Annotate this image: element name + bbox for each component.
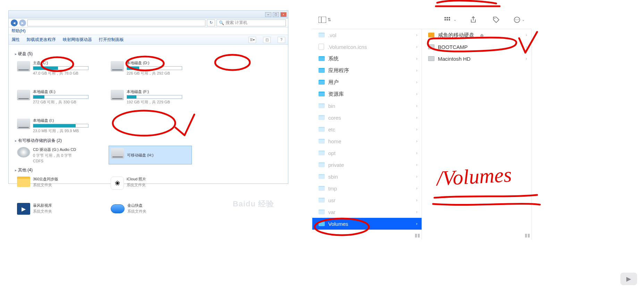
chevron-right-icon: › xyxy=(416,162,417,167)
removable-h[interactable]: 可移动磁盘 (H:) xyxy=(109,146,192,164)
drive-f[interactable]: 本地磁盘 (F:) 192 GB 可用，共 229 GB xyxy=(109,88,192,106)
item-label: iCloud 照片 xyxy=(127,177,146,182)
folder-icon xyxy=(319,115,325,120)
drive-icon xyxy=(111,148,124,159)
more-button[interactable]: ⌄ xyxy=(513,15,525,25)
finder-item[interactable]: sbin› xyxy=(312,171,422,182)
storm-icon: ▶ xyxy=(17,203,30,215)
drive-sub: 226 GB 可用，共 292 GB xyxy=(127,71,182,76)
item-sub: 系统文件夹 xyxy=(127,182,146,188)
item-sub: 系统文件夹 xyxy=(33,182,58,188)
toolbar: 属性 卸载或更改程序 映射网络驱动器 打开控制面板 ☰▾ ◫ ? xyxy=(9,35,288,45)
finder-item[interactable]: opt› xyxy=(312,147,422,159)
minimize-button[interactable]: – xyxy=(265,12,271,17)
folder-icon xyxy=(319,68,325,73)
search-input[interactable]: 🔍搜索 计算机 xyxy=(217,19,286,26)
finder-item[interactable]: bin› xyxy=(312,100,422,112)
finder-item[interactable]: home› xyxy=(312,135,422,147)
other-storm[interactable]: ▶ 暴风影视库系统文件夹 xyxy=(15,202,98,216)
chevron-right-icon: › xyxy=(416,103,417,108)
pip-button[interactable]: ▶ xyxy=(620,273,637,285)
item-label: 咸鱼的移动硬盘 xyxy=(438,32,474,39)
drive-sub: 0 字节 可用，共 0 字节 xyxy=(33,153,76,158)
forward-button[interactable]: ► xyxy=(19,19,26,26)
group-disks[interactable]: 硬盘 (5) xyxy=(15,51,282,57)
chevron-right-icon: › xyxy=(416,186,417,191)
item-label: 应用程序 xyxy=(328,67,349,74)
help-icon[interactable]: ? xyxy=(278,37,285,43)
content-area: 硬盘 (5) 主盘 (C:) 47.0 GB 可用，共 78.0 GB 本地磁盘… xyxy=(9,45,288,220)
drive-sub: 23.0 MB 可用，共 99.9 MB xyxy=(33,128,88,134)
refresh-button[interactable]: ↻ xyxy=(207,19,215,26)
finder-item[interactable]: tmp› xyxy=(312,182,422,194)
close-button[interactable]: × xyxy=(280,12,287,17)
drive-i[interactable]: 本地磁盘 (I:) 23.0 MB 可用，共 99.9 MB xyxy=(15,117,98,135)
view-mode-button[interactable]: ☰▾ xyxy=(248,37,256,43)
finder-item[interactable]: var› xyxy=(312,206,422,218)
other-360[interactable]: 360云盘同步版系统文件夹 xyxy=(15,175,98,191)
finder-item[interactable]: 系统› xyxy=(312,53,422,65)
chevron-right-icon: › xyxy=(416,198,417,203)
share-button[interactable] xyxy=(467,15,480,25)
svg-rect-4 xyxy=(449,17,450,18)
view-mode-button[interactable]: ⌄ xyxy=(444,15,457,25)
item-label: .vol xyxy=(328,32,336,38)
cd-drive[interactable]: CD 驱动器 (G:) Audio CD 0 字节 可用，共 0 字节 CDFS xyxy=(15,146,98,164)
back-button[interactable]: ◄ xyxy=(11,19,18,26)
finder-column-1: .vol›.VolumeIcon.icns›系统›应用程序›用户›资源库›bin… xyxy=(312,29,422,239)
chevron-down-icon: ⌄ xyxy=(522,18,525,22)
finder-item[interactable]: 资源库› xyxy=(312,88,422,100)
finder-item[interactable]: BOOTCAMP› xyxy=(422,41,531,53)
svg-rect-2 xyxy=(444,17,446,18)
item-label: sbin xyxy=(328,174,338,180)
chevron-right-icon: › xyxy=(526,33,527,37)
other-kuaipan[interactable]: 金山快盘系统文件夹 xyxy=(109,202,192,216)
finder-column-2: 咸鱼的移动硬盘⏏›BOOTCAMP›Macintosh HD› xyxy=(422,29,532,239)
mac-toolbar: ⇅ ⌄ ⌄ xyxy=(312,10,532,29)
finder-item[interactable]: private› xyxy=(312,159,422,171)
finder-item[interactable]: 咸鱼的移动硬盘⏏› xyxy=(422,29,531,41)
other-icloud[interactable]: ❀ iCloud 照片系统文件夹 xyxy=(109,175,192,191)
folder-icon xyxy=(319,151,325,155)
toolbar-control-panel[interactable]: 打开控制面板 xyxy=(99,37,124,43)
drive-d[interactable]: 本地磁盘 (D:) 226 GB 可用，共 292 GB xyxy=(109,59,192,77)
finder-item[interactable]: Volumes› xyxy=(312,218,422,230)
toolbar-map-drive[interactable]: 映射网络驱动器 xyxy=(63,37,92,43)
item-label: Volumes xyxy=(328,221,348,227)
finder-item[interactable]: cores› xyxy=(312,112,422,123)
toolbar-uninstall[interactable]: 卸载或更改程序 xyxy=(27,37,56,43)
drive-sub: 47.0 GB 可用，共 78.0 GB xyxy=(33,71,88,76)
maximize-button[interactable]: □ xyxy=(273,12,279,17)
space-bar xyxy=(33,124,88,128)
finder-item[interactable]: etc› xyxy=(312,123,422,135)
drive-e[interactable]: 本地磁盘 (E:) 272 GB 可用，共 330 GB xyxy=(15,88,98,106)
drive-c[interactable]: 主盘 (C:) 47.0 GB 可用，共 78.0 GB xyxy=(15,59,98,77)
space-bar xyxy=(33,95,88,99)
space-bar xyxy=(33,66,88,70)
finder-item[interactable]: Macintosh HD› xyxy=(422,53,531,65)
item-label: 金山快盘 xyxy=(127,203,146,208)
group-other[interactable]: 其他 (4) xyxy=(15,167,282,173)
finder-item[interactable]: .VolumeIcon.icns› xyxy=(312,41,422,53)
space-bar xyxy=(127,95,182,99)
toolbar-properties[interactable]: 属性 xyxy=(11,37,20,43)
sidebar-toggle-button[interactable]: ⇅ xyxy=(319,15,331,25)
icloud-icon: ❀ xyxy=(111,177,124,190)
eject-icon[interactable]: ⏏ xyxy=(480,33,484,37)
finder-item[interactable]: 用户› xyxy=(312,76,422,88)
nav-bar: ◄ ► ↻ 🔍搜索 计算机 xyxy=(9,18,288,27)
help-menu[interactable]: 帮助(H) xyxy=(11,28,26,34)
item-label: 暴风影视库 xyxy=(33,203,52,208)
address-bar[interactable] xyxy=(27,19,205,26)
group-removable[interactable]: 有可移动存储的设备 (2) xyxy=(15,138,282,144)
svg-rect-7 xyxy=(449,19,450,20)
item-label: 资源库 xyxy=(328,91,344,97)
folder-icon xyxy=(319,162,325,167)
drive-label: 本地磁盘 (F:) xyxy=(127,89,182,94)
finder-item[interactable]: 应用程序› xyxy=(312,65,422,76)
preview-pane-button[interactable]: ◫ xyxy=(263,37,271,43)
svg-point-8 xyxy=(494,18,495,19)
finder-item[interactable]: usr› xyxy=(312,194,422,206)
tags-button[interactable] xyxy=(490,15,502,25)
finder-item[interactable]: .vol› xyxy=(312,29,422,41)
